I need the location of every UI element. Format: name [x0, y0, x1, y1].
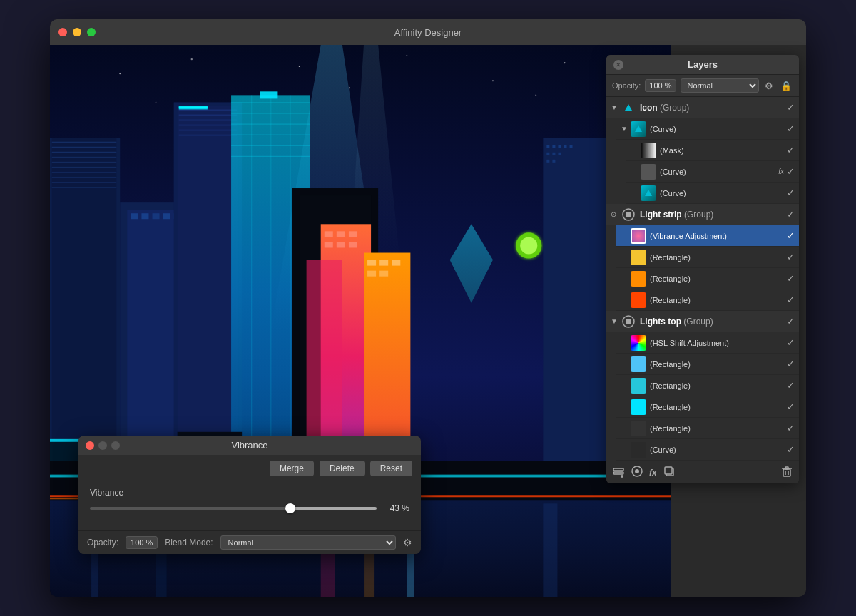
vibrance-zoom-button[interactable] [111, 441, 120, 450]
minimize-button[interactable] [73, 28, 81, 36]
layer-item-vibrance-adj[interactable]: (Vibrance Adjustment) ✓ [616, 225, 799, 247]
delete-button[interactable]: Delete [320, 461, 365, 476]
layer-item-curve1[interactable]: ▼ (Curve) ✓ [616, 118, 799, 140]
vibrance-value-display: 43 % [384, 503, 409, 513]
reset-button[interactable]: Reset [370, 461, 412, 476]
app-title: Affinity Designer [394, 27, 462, 38]
svg-rect-78 [392, 260, 400, 266]
vibrance-settings-icon[interactable]: ⚙ [403, 537, 412, 548]
delete-layer-button[interactable] [780, 465, 793, 480]
vibrance-minimize-button[interactable] [98, 441, 107, 450]
layer-visibility-rect3[interactable]: ✓ [787, 294, 795, 305]
layer-visibility-rect7[interactable]: ✓ [787, 423, 795, 433]
svg-rect-77 [379, 260, 388, 266]
layer-thumbnail-rect7 [631, 421, 646, 436]
svg-rect-39 [131, 213, 138, 219]
layer-fx-badge: fx [778, 168, 784, 175]
layer-name-curve3: (Curve) [660, 189, 787, 197]
svg-rect-125 [613, 472, 623, 474]
svg-rect-30 [52, 167, 116, 168]
layers-title: Layers [688, 59, 718, 70]
layer-item-curve3[interactable]: (Curve) ✓ [626, 183, 799, 204]
svg-rect-34 [52, 187, 116, 188]
layer-visibility-lights-top[interactable]: ✓ [787, 316, 795, 327]
close-button[interactable] [58, 28, 67, 36]
layer-item-rect2[interactable]: (Rectangle) ✓ [616, 268, 799, 289]
layers-opacity-bar: Opacity: 100 % Normal Multiply Screen Ov… [606, 75, 799, 97]
layer-visibility-hsl[interactable]: ✓ [787, 337, 795, 348]
layer-item-curve4[interactable]: (Curve) ✓ [616, 439, 799, 461]
layer-visibility-curve4[interactable]: ✓ [787, 444, 795, 455]
copy-layer-button[interactable] [663, 465, 676, 480]
layers-lock-icon[interactable]: 🔒 [779, 79, 793, 93]
layer-visibility-rect4[interactable]: ✓ [787, 359, 795, 369]
layer-item-rect7[interactable]: (Rectangle) ✓ [616, 418, 799, 439]
expand-icon[interactable]: ▼ [611, 103, 621, 111]
layer-visibility-vibrance[interactable]: ✓ [787, 230, 795, 241]
fx-button[interactable]: fx [649, 468, 657, 478]
layer-visibility-rect1[interactable]: ✓ [787, 252, 795, 262]
layer-visibility-rect2[interactable]: ✓ [787, 273, 795, 284]
layer-item-rect4[interactable]: (Rectangle) ✓ [616, 354, 799, 375]
svg-rect-79 [367, 271, 376, 277]
vibrance-traffic-lights [86, 441, 120, 450]
layer-visibility-icon-group[interactable]: ✓ [787, 102, 795, 113]
layers-close-button[interactable]: ✕ [613, 60, 623, 70]
layer-item-curve2[interactable]: (Curve) fx ✓ [626, 161, 799, 183]
layer-name-curve1: (Curve) [650, 125, 787, 133]
svg-point-9 [349, 87, 350, 88]
layer-visibility-curve3[interactable]: ✓ [787, 188, 795, 198]
layer-visibility-curve1[interactable]: ✓ [787, 123, 795, 134]
layer-name-rect5: (Rectangle) [650, 381, 787, 390]
svg-rect-31 [52, 172, 116, 173]
mask-button[interactable] [631, 465, 643, 480]
svg-rect-124 [613, 468, 623, 471]
layer-icon-light-strip [621, 207, 636, 222]
vibrance-opacity-value[interactable]: 100 % [126, 536, 158, 549]
layer-thumbnail-curve1 [631, 121, 646, 137]
layer-item-light-strip-group[interactable]: ⊙ Light strip (Group) ✓ [606, 204, 799, 225]
svg-rect-45 [178, 106, 238, 489]
vibrance-slider-thumb[interactable] [285, 503, 295, 513]
layer-visibility-mask[interactable]: ✓ [787, 145, 795, 155]
svg-rect-132 [783, 469, 790, 476]
layers-settings-icon[interactable]: ⚙ [763, 79, 775, 93]
layer-visibility-light-strip[interactable]: ✓ [787, 209, 795, 220]
svg-rect-40 [141, 213, 148, 219]
layer-visibility-rect5[interactable]: ✓ [787, 380, 795, 391]
fullscreen-button[interactable] [87, 28, 96, 36]
layer-visibility-curve2[interactable]: ✓ [787, 166, 795, 177]
svg-rect-86 [558, 145, 561, 148]
layer-thumbnail-curve3 [641, 185, 656, 201]
svg-rect-63 [290, 95, 290, 489]
layer-item-rect5[interactable]: (Rectangle) ✓ [616, 375, 799, 396]
vibrance-slider[interactable] [90, 507, 377, 510]
svg-point-10 [535, 94, 536, 96]
merge-button[interactable]: Merge [270, 461, 314, 476]
svg-rect-72 [325, 242, 333, 247]
layer-item-lights-top-group[interactable]: ▼ Lights top (Group) ✓ [606, 311, 799, 332]
layer-item-rect3[interactable]: (Rectangle) ✓ [616, 289, 799, 311]
svg-rect-49 [179, 125, 237, 126]
layer-name-lights-top: Lights top (Group) [640, 317, 787, 327]
vibrance-blend-label: Blend Mode: [165, 538, 213, 548]
expand-lights-top[interactable]: ▼ [611, 317, 621, 325]
svg-point-6 [564, 62, 565, 63]
add-layer-button[interactable] [612, 465, 625, 480]
layer-item-icon-group[interactable]: ▼ Icon (Group) ✓ [606, 97, 799, 118]
layer-item-rect1[interactable]: (Rectangle) ✓ [616, 247, 799, 268]
svg-rect-61 [251, 95, 252, 489]
svg-point-129 [635, 469, 639, 473]
vibrance-blend-select[interactable]: Normal Multiply Screen [220, 535, 396, 550]
layer-item-rect6[interactable]: (Rectangle) ✓ [616, 396, 799, 418]
expand-icon[interactable]: ▼ [621, 125, 631, 133]
blend-mode-select[interactable]: Normal Multiply Screen Overlay [681, 78, 759, 93]
layer-item-hsl[interactable]: (HSL Shift Adjustment) ✓ [616, 332, 799, 354]
expand-light-strip[interactable]: ⊙ [611, 210, 621, 218]
layer-item-mask[interactable]: (Mask) ✓ [626, 140, 799, 161]
opacity-value[interactable]: 100 % [645, 79, 676, 92]
vibrance-control-label: Vibrance [90, 488, 409, 498]
vibrance-close-button[interactable] [86, 441, 94, 450]
layer-visibility-rect6[interactable]: ✓ [787, 401, 795, 412]
svg-rect-26 [52, 147, 116, 148]
